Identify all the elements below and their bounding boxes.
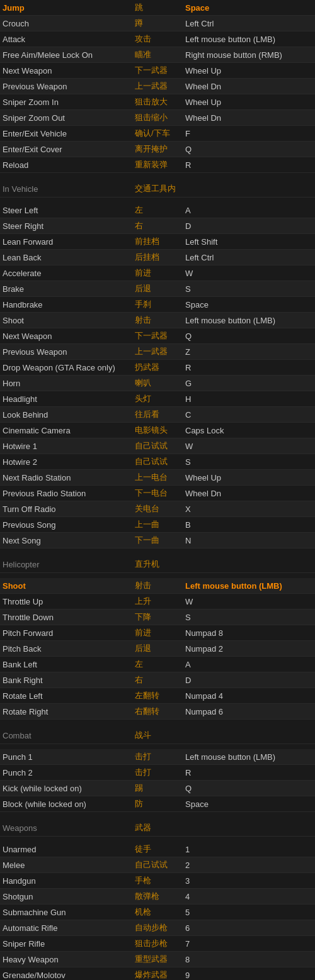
keybinding-row: Previous Weapon上一武器Wheel Dn — [0, 79, 315, 94]
key-label: Left mouse button (LMB) — [185, 316, 312, 325]
keybinding-row: Look Behind往后看C — [0, 407, 315, 423]
action-label: Block (while locked on) — [3, 799, 135, 809]
chinese-label: 射击 — [135, 580, 185, 591]
empty-spacer — [0, 548, 315, 554]
keybinding-row: Kick (while locked on)踢Q — [0, 781, 315, 796]
chinese-label: 上一武器 — [135, 346, 185, 357]
key-label: Q — [185, 784, 312, 793]
keybinding-row: Sniper Rifle狙击步枪7 — [0, 936, 315, 952]
action-label: Look Behind — [3, 410, 135, 420]
keybinding-row: Punch 1击打Left mouse button (LMB) — [0, 749, 315, 765]
action-label: Automatic Rifle — [3, 923, 135, 933]
action-label: Next Weapon — [3, 331, 135, 341]
key-label: 1 — [185, 845, 312, 854]
action-label: Sniper Zoom Out — [3, 113, 135, 123]
key-label: Left mouse button (LMB) — [185, 752, 312, 762]
chinese-label: 重新装弹 — [135, 159, 185, 170]
action-label: Bank Right — [3, 676, 135, 685]
key-label: Left Shift — [185, 237, 312, 247]
chinese-label: 右翻转 — [135, 706, 185, 717]
action-label: Previous Song — [3, 520, 135, 530]
key-label: Wheel Up — [185, 66, 312, 75]
keybinding-row: Shoot射击Left mouse button (LMB) — [0, 578, 315, 594]
chinese-label: 跳 — [135, 2, 185, 13]
action-label: Drop Weapon (GTA Race only) — [3, 363, 135, 372]
action-label: Rotate Right — [3, 707, 135, 716]
keybinding-row: Free Aim/Melee Lock On瞄准Right mouse butt… — [0, 47, 315, 63]
action-label: Reload — [3, 160, 135, 170]
chinese-label: 下一武器 — [135, 330, 185, 342]
key-label: 2 — [185, 860, 312, 870]
section-chinese-label: 战斗 — [135, 730, 185, 741]
action-label: Shoot — [3, 316, 135, 325]
section-chinese-label: 直升机 — [135, 559, 185, 570]
section-chinese-label: 武器 — [135, 822, 185, 833]
action-label: Turn Off Radio — [3, 504, 135, 514]
keybinding-row: Previous Weapon上一武器Z — [0, 344, 315, 360]
chinese-label: 左 — [135, 204, 185, 216]
key-label: Left mouse button (LMB) — [185, 35, 312, 44]
chinese-label: 下降 — [135, 611, 185, 623]
action-label: Shotgun — [3, 892, 135, 901]
chinese-label: 后退 — [135, 283, 185, 294]
key-label: Z — [185, 347, 312, 357]
key-label: W — [185, 442, 312, 451]
action-label: Handbrake — [3, 300, 135, 309]
action-label: Bank Left — [3, 660, 135, 669]
keybinding-row: Rotate Left左翻转Numpad 4 — [0, 688, 315, 704]
chinese-label: 上一电台 — [135, 472, 185, 483]
keybinding-row: Hotwire 2自己试试S — [0, 454, 315, 470]
action-label: Attack — [3, 35, 135, 44]
key-label: Left Ctrl — [185, 19, 312, 28]
key-label: Space — [185, 3, 312, 13]
keybinding-row: Throttle Up上升W — [0, 594, 315, 610]
chinese-label: 狙击缩小 — [135, 112, 185, 123]
key-label: F — [185, 129, 312, 138]
action-label: Crouch — [3, 19, 135, 28]
action-label: Previous Weapon — [3, 347, 135, 357]
action-label: Sniper Rifle — [3, 939, 135, 949]
key-label: Numpad 6 — [185, 707, 312, 716]
chinese-label: 手刹 — [135, 299, 185, 310]
chinese-label: 离开掩护 — [135, 143, 185, 155]
keybinding-row: Crouch蹲Left Ctrl — [0, 16, 315, 31]
key-label: 5 — [185, 908, 312, 917]
section-action-label: In Vehicle — [3, 184, 135, 194]
section-header-row: Combat战斗 — [0, 725, 315, 744]
keybinding-row: Rotate Right右翻转Numpad 6 — [0, 704, 315, 720]
section-header-row: In Vehicle交通工具内 — [0, 178, 315, 198]
chinese-label: 上一曲 — [135, 519, 185, 530]
section-action-label: Weapons — [3, 823, 135, 833]
keybinding-row: Lean Back后挂档Left Ctrl — [0, 250, 315, 265]
keybinding-row: Automatic Rifle自动步枪6 — [0, 920, 315, 936]
key-label: Wheel Up — [185, 473, 312, 482]
chinese-label: 踢 — [135, 782, 185, 794]
section-header-row: Weapons武器 — [0, 817, 315, 837]
key-label: A — [185, 660, 312, 669]
empty-spacer — [0, 720, 315, 725]
chinese-label: 自己试试 — [135, 859, 185, 871]
keybinding-row: Reload重新装弹R — [0, 157, 315, 173]
chinese-label: 下一武器 — [135, 65, 185, 76]
keybinding-row: Cinematic Camera电影镜头Caps Lock — [0, 423, 315, 438]
key-label: C — [185, 410, 312, 420]
key-label: D — [185, 221, 312, 231]
key-label: Space — [185, 300, 312, 309]
action-label: Enter/Exit Vehicle — [3, 129, 135, 138]
key-label: 7 — [185, 939, 312, 949]
keybinding-row: Bank Right右D — [0, 672, 315, 688]
keybinding-row: Handbrake手刹Space — [0, 297, 315, 313]
key-label: Q — [185, 145, 312, 154]
action-label: Lean Back — [3, 253, 135, 262]
chinese-label: 自己试试 — [135, 456, 185, 467]
key-label: 9 — [185, 971, 312, 980]
chinese-label: 上升 — [135, 596, 185, 607]
key-label: R — [185, 768, 312, 777]
action-label: Accelerate — [3, 269, 135, 278]
key-label: N — [185, 536, 312, 545]
chinese-label: 右 — [135, 220, 185, 231]
chinese-label: 击打 — [135, 751, 185, 762]
chinese-label: 上一武器 — [135, 81, 185, 92]
action-label: Grenade/Molotov — [3, 971, 135, 980]
keybinding-row: Attack攻击Left mouse button (LMB) — [0, 31, 315, 47]
